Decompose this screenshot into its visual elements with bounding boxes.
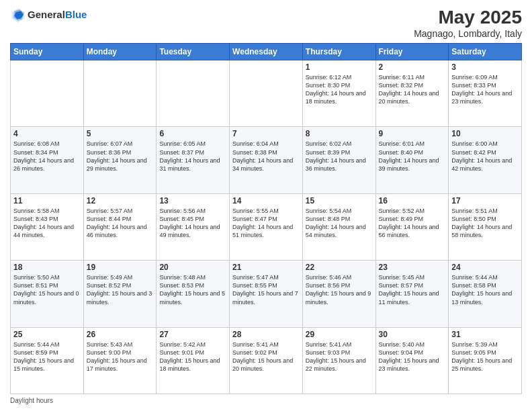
day-info: Sunrise: 5:56 AM Sunset: 8:45 PM Dayligh… xyxy=(159,207,226,240)
day-info: Sunrise: 5:39 AM Sunset: 9:05 PM Dayligh… xyxy=(451,340,519,373)
table-row: 20Sunrise: 5:48 AM Sunset: 8:53 PM Dayli… xyxy=(157,261,230,327)
day-number: 23 xyxy=(379,263,446,272)
day-info: Sunrise: 5:55 AM Sunset: 8:47 PM Dayligh… xyxy=(232,207,300,240)
day-number: 12 xyxy=(87,196,154,205)
table-row: 23Sunrise: 5:45 AM Sunset: 8:57 PM Dayli… xyxy=(375,261,449,327)
title-block: May 2025 Magnago, Lombardy, Italy xyxy=(414,7,522,39)
calendar-week-row: 18Sunrise: 5:50 AM Sunset: 8:51 PM Dayli… xyxy=(11,261,522,327)
day-number: 7 xyxy=(232,129,300,138)
day-info: Sunrise: 6:07 AM Sunset: 8:36 PM Dayligh… xyxy=(87,140,154,173)
day-number: 24 xyxy=(451,263,519,272)
table-row: 25Sunrise: 5:44 AM Sunset: 8:59 PM Dayli… xyxy=(11,327,84,394)
calendar-week-row: 1Sunrise: 6:12 AM Sunset: 8:30 PM Daylig… xyxy=(11,60,522,127)
day-number: 15 xyxy=(306,196,373,205)
day-number: 17 xyxy=(451,196,519,205)
logo-general: General xyxy=(28,9,65,20)
day-info: Sunrise: 5:43 AM Sunset: 9:00 PM Dayligh… xyxy=(87,340,154,373)
day-info: Sunrise: 5:51 AM Sunset: 8:50 PM Dayligh… xyxy=(451,207,519,240)
day-info: Sunrise: 6:08 AM Sunset: 8:34 PM Dayligh… xyxy=(13,140,81,173)
day-number: 13 xyxy=(159,196,226,205)
col-thursday: Thursday xyxy=(302,44,375,60)
table-row: 7Sunrise: 6:04 AM Sunset: 8:38 PM Daylig… xyxy=(230,127,303,193)
table-row: 21Sunrise: 5:47 AM Sunset: 8:55 PM Dayli… xyxy=(230,261,303,327)
table-row: 24Sunrise: 5:44 AM Sunset: 8:58 PM Dayli… xyxy=(449,261,522,327)
day-info: Sunrise: 6:04 AM Sunset: 8:38 PM Dayligh… xyxy=(232,140,300,173)
table-row: 4Sunrise: 6:08 AM Sunset: 8:34 PM Daylig… xyxy=(11,127,84,193)
table-row: 16Sunrise: 5:52 AM Sunset: 8:49 PM Dayli… xyxy=(375,193,449,260)
day-info: Sunrise: 6:05 AM Sunset: 8:37 PM Dayligh… xyxy=(159,140,226,173)
table-row: 22Sunrise: 5:46 AM Sunset: 8:56 PM Dayli… xyxy=(302,261,375,327)
day-info: Sunrise: 5:46 AM Sunset: 8:56 PM Dayligh… xyxy=(306,273,373,306)
table-row: 13Sunrise: 5:56 AM Sunset: 8:45 PM Dayli… xyxy=(157,193,230,260)
day-info: Sunrise: 5:54 AM Sunset: 8:48 PM Dayligh… xyxy=(306,207,373,240)
day-info: Sunrise: 5:52 AM Sunset: 8:49 PM Dayligh… xyxy=(379,207,446,240)
table-row: 19Sunrise: 5:49 AM Sunset: 8:52 PM Dayli… xyxy=(83,261,157,327)
col-saturday: Saturday xyxy=(449,44,522,60)
day-number: 31 xyxy=(451,330,519,339)
calendar-week-row: 4Sunrise: 6:08 AM Sunset: 8:34 PM Daylig… xyxy=(11,127,522,193)
table-row: 15Sunrise: 5:54 AM Sunset: 8:48 PM Dayli… xyxy=(302,193,375,260)
table-row: 5Sunrise: 6:07 AM Sunset: 8:36 PM Daylig… xyxy=(83,127,157,193)
col-friday: Friday xyxy=(375,44,449,60)
day-number: 16 xyxy=(379,196,446,205)
logo-icon xyxy=(10,7,26,23)
table-row: 31Sunrise: 5:39 AM Sunset: 9:05 PM Dayli… xyxy=(449,327,522,394)
day-info: Sunrise: 5:41 AM Sunset: 9:02 PM Dayligh… xyxy=(232,340,300,373)
day-info: Sunrise: 5:48 AM Sunset: 8:53 PM Dayligh… xyxy=(159,273,226,306)
day-info: Sunrise: 5:45 AM Sunset: 8:57 PM Dayligh… xyxy=(379,273,446,306)
day-info: Sunrise: 6:09 AM Sunset: 8:33 PM Dayligh… xyxy=(451,73,519,106)
table-row: 6Sunrise: 6:05 AM Sunset: 8:37 PM Daylig… xyxy=(157,127,230,193)
calendar-week-row: 11Sunrise: 5:58 AM Sunset: 8:43 PM Dayli… xyxy=(11,193,522,260)
day-number: 8 xyxy=(306,129,373,138)
day-number: 20 xyxy=(159,263,226,272)
table-row: 8Sunrise: 6:02 AM Sunset: 8:39 PM Daylig… xyxy=(302,127,375,193)
day-number: 25 xyxy=(13,330,81,339)
page: GeneralBlue May 2025 Magnago, Lombardy, … xyxy=(0,0,532,411)
subtitle: Magnago, Lombardy, Italy xyxy=(414,28,522,39)
day-info: Sunrise: 5:41 AM Sunset: 9:03 PM Dayligh… xyxy=(306,340,373,373)
day-number: 18 xyxy=(13,263,81,272)
logo-text: GeneralBlue xyxy=(28,9,87,21)
table-row: 26Sunrise: 5:43 AM Sunset: 9:00 PM Dayli… xyxy=(83,327,157,394)
col-wednesday: Wednesday xyxy=(230,44,303,60)
day-info: Sunrise: 5:58 AM Sunset: 8:43 PM Dayligh… xyxy=(13,207,81,240)
day-number: 26 xyxy=(87,330,154,339)
day-info: Sunrise: 5:49 AM Sunset: 8:52 PM Dayligh… xyxy=(87,273,154,306)
table-row: 27Sunrise: 5:42 AM Sunset: 9:01 PM Dayli… xyxy=(157,327,230,394)
day-number: 4 xyxy=(13,129,81,138)
table-row: 11Sunrise: 5:58 AM Sunset: 8:43 PM Dayli… xyxy=(11,193,84,260)
table-row xyxy=(230,60,303,127)
table-row: 2Sunrise: 6:11 AM Sunset: 8:32 PM Daylig… xyxy=(375,60,449,127)
day-number: 29 xyxy=(306,330,373,339)
table-row: 29Sunrise: 5:41 AM Sunset: 9:03 PM Dayli… xyxy=(302,327,375,394)
table-row: 9Sunrise: 6:01 AM Sunset: 8:40 PM Daylig… xyxy=(375,127,449,193)
table-row: 3Sunrise: 6:09 AM Sunset: 8:33 PM Daylig… xyxy=(449,60,522,127)
day-number: 11 xyxy=(13,196,81,205)
day-number: 14 xyxy=(232,196,300,205)
day-number: 9 xyxy=(379,129,446,138)
col-monday: Monday xyxy=(83,44,157,60)
table-row: 18Sunrise: 5:50 AM Sunset: 8:51 PM Dayli… xyxy=(11,261,84,327)
day-number: 2 xyxy=(379,62,446,72)
day-info: Sunrise: 5:44 AM Sunset: 8:59 PM Dayligh… xyxy=(13,340,81,373)
day-info: Sunrise: 6:00 AM Sunset: 8:42 PM Dayligh… xyxy=(451,140,519,173)
table-row: 30Sunrise: 5:40 AM Sunset: 9:04 PM Dayli… xyxy=(375,327,449,394)
day-number: 30 xyxy=(379,330,446,339)
table-row xyxy=(83,60,157,127)
table-row: 14Sunrise: 5:55 AM Sunset: 8:47 PM Dayli… xyxy=(230,193,303,260)
daylight-note: Daylight hours xyxy=(10,397,53,404)
day-info: Sunrise: 6:01 AM Sunset: 8:40 PM Dayligh… xyxy=(379,140,446,173)
day-number: 28 xyxy=(232,330,300,339)
day-info: Sunrise: 5:47 AM Sunset: 8:55 PM Dayligh… xyxy=(232,273,300,306)
day-info: Sunrise: 5:57 AM Sunset: 8:44 PM Dayligh… xyxy=(87,207,154,240)
table-row: 28Sunrise: 5:41 AM Sunset: 9:02 PM Dayli… xyxy=(230,327,303,394)
col-sunday: Sunday xyxy=(11,44,84,60)
day-info: Sunrise: 5:44 AM Sunset: 8:58 PM Dayligh… xyxy=(451,273,519,306)
day-info: Sunrise: 5:50 AM Sunset: 8:51 PM Dayligh… xyxy=(13,273,81,306)
calendar-table: Sunday Monday Tuesday Wednesday Thursday… xyxy=(10,43,522,394)
table-row: 17Sunrise: 5:51 AM Sunset: 8:50 PM Dayli… xyxy=(449,193,522,260)
day-info: Sunrise: 5:40 AM Sunset: 9:04 PM Dayligh… xyxy=(379,340,446,373)
day-number: 21 xyxy=(232,263,300,272)
day-info: Sunrise: 6:12 AM Sunset: 8:30 PM Dayligh… xyxy=(306,73,373,106)
calendar-header-row: Sunday Monday Tuesday Wednesday Thursday… xyxy=(11,44,522,60)
